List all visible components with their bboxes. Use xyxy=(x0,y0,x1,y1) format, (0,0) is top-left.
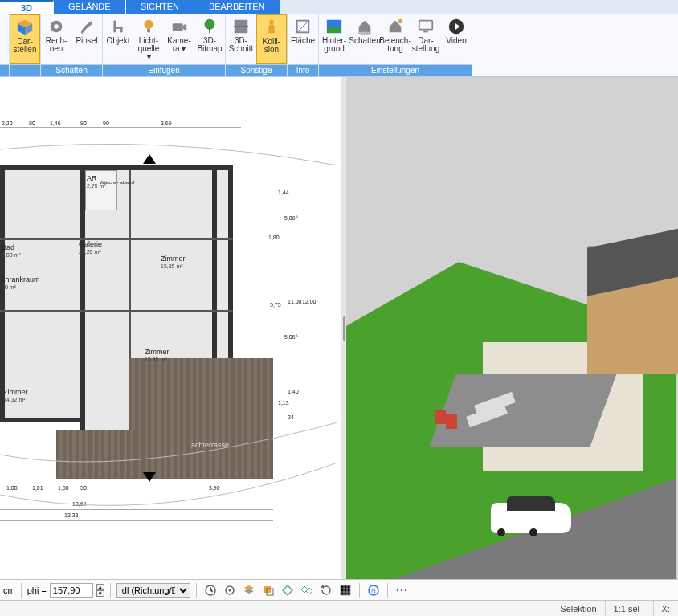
objekt-button[interactable]: Objekt xyxy=(103,14,133,64)
svg-point-44 xyxy=(401,589,402,590)
monitor-icon xyxy=(417,18,435,35)
horizon-icon xyxy=(325,18,343,35)
svg-rect-19 xyxy=(327,27,341,33)
svg-rect-25 xyxy=(423,31,428,33)
schatten-button[interactable]: Schatten xyxy=(349,14,380,64)
clock-icon[interactable] xyxy=(202,582,219,598)
status-x: X: xyxy=(654,601,678,616)
ribbon-group-einfuegen: Objekt Licht- quelle ▾ Kame- ra ▾ 3D- Bi… xyxy=(103,14,226,76)
tab-3d[interactable]: 3D xyxy=(0,0,54,14)
svg-rect-10 xyxy=(173,23,183,31)
status-selection: Selektion xyxy=(552,601,605,616)
target-icon[interactable] xyxy=(222,582,238,598)
svg-marker-11 xyxy=(183,23,187,31)
svg-point-45 xyxy=(405,589,406,590)
ribbon-group-darstellen: Dar- stellen xyxy=(10,14,41,76)
floorplan-view[interactable]: 2,20 80 1,46 90 90 3,69 Bad8,00 m xyxy=(0,77,341,579)
darstellen-button[interactable]: Dar- stellen xyxy=(10,14,40,64)
dim: 3,69 xyxy=(161,120,172,126)
flaeche-button[interactable]: Fläche xyxy=(288,14,318,64)
svg-marker-37 xyxy=(283,585,292,595)
svg-rect-13 xyxy=(209,28,210,33)
darstellung-button[interactable]: Dar- stellung xyxy=(410,14,441,64)
diamond-icon[interactable] xyxy=(280,582,296,598)
dl-select[interactable]: dl (Richtung/Di xyxy=(116,583,190,598)
svg-rect-35 xyxy=(264,586,271,593)
bottom-toolstrip: cm phi = ▲▼ dl (Richtung/Di N xyxy=(0,579,678,600)
tab-gelaende[interactable]: GELÄNDE xyxy=(54,0,126,14)
ribbon-group-sonstige: 3D- Schnitt Kolli- sion Sonstige xyxy=(226,14,288,76)
3d-view[interactable] xyxy=(346,77,678,579)
svg-point-4 xyxy=(54,24,59,29)
phi-label: phi = xyxy=(27,585,47,595)
svg-point-32 xyxy=(228,589,231,591)
copy-icon[interactable] xyxy=(260,582,276,598)
beleuchtung-button[interactable]: Beleuch- tung xyxy=(380,14,410,64)
svg-rect-24 xyxy=(419,21,433,30)
menu-icon[interactable] xyxy=(394,582,410,598)
tab-sichten[interactable]: SICHTEN xyxy=(126,0,194,14)
cube-icon xyxy=(16,18,34,36)
ribbon-stub xyxy=(0,14,10,76)
ribbon-group-info: Fläche Info xyxy=(288,14,319,76)
diamonds-icon[interactable] xyxy=(299,582,315,598)
dim: 80 xyxy=(29,120,35,126)
svg-point-43 xyxy=(397,589,398,590)
ribbon-group-einstellungen: Hinter- grund Schatten Beleuch- tung Dar… xyxy=(319,14,472,76)
rotate-icon[interactable] xyxy=(318,582,334,598)
house-light-icon xyxy=(386,18,404,35)
dim: 90 xyxy=(80,120,87,126)
phi-stepper[interactable]: ▲▼ xyxy=(96,584,104,597)
house-shadow-icon xyxy=(356,18,374,35)
person-icon xyxy=(263,18,280,36)
work-area: 2,20 80 1,46 90 90 3,69 Bad8,00 m xyxy=(0,77,678,579)
play-icon xyxy=(447,18,465,35)
ribbon-group-schatten: Rech- nen Pinsel Schatten xyxy=(41,14,103,76)
svg-point-21 xyxy=(358,31,372,35)
main-tabs: 3D GELÄNDE SICHTEN BEARBEITEN xyxy=(0,0,678,14)
svg-rect-18 xyxy=(327,20,341,27)
3d-bitmap-button[interactable]: 3D- Bitmap xyxy=(194,14,225,64)
grid-icon[interactable] xyxy=(337,582,353,598)
svg-text:N: N xyxy=(371,587,376,594)
status-bar: Selektion 1:1 sel X: xyxy=(0,600,678,616)
svg-marker-40 xyxy=(321,585,324,589)
dim: 90 xyxy=(103,120,109,126)
svg-marker-34 xyxy=(244,589,254,594)
bulb-icon xyxy=(140,18,157,35)
gear-icon xyxy=(47,18,65,35)
nav-icon[interactable]: N xyxy=(366,582,382,598)
dim: 1,46 xyxy=(50,120,61,126)
rechnen-button[interactable]: Rech- nen xyxy=(41,14,71,64)
brush-icon xyxy=(78,18,96,35)
lichtquelle-button[interactable]: Licht- quelle ▾ xyxy=(133,14,164,64)
status-scale: 1:1 sel xyxy=(606,601,654,616)
layers-icon[interactable] xyxy=(241,582,257,598)
pinsel-button[interactable]: Pinsel xyxy=(71,14,102,64)
chair-icon xyxy=(109,18,127,35)
svg-point-8 xyxy=(145,20,153,29)
kollision-button[interactable]: Kolli- sion xyxy=(256,14,287,64)
area-icon xyxy=(294,18,312,35)
section-icon xyxy=(232,18,250,35)
camera-icon xyxy=(170,18,188,35)
unit-label: cm xyxy=(3,585,15,595)
hintergrund-button[interactable]: Hinter- grund xyxy=(319,14,349,64)
svg-marker-20 xyxy=(359,21,371,33)
svg-point-23 xyxy=(398,19,403,24)
dim: 2,20 xyxy=(2,120,13,126)
kamera-button[interactable]: Kame- ra ▾ xyxy=(164,14,194,64)
svg-point-12 xyxy=(205,19,215,30)
phi-input[interactable] xyxy=(50,583,93,598)
3d-schnitt-button[interactable]: 3D- Schnitt xyxy=(226,14,256,64)
svg-point-16 xyxy=(269,20,274,25)
svg-rect-9 xyxy=(147,29,150,33)
tab-bearbeiten[interactable]: BEARBEITEN xyxy=(194,0,280,14)
video-button[interactable]: Video xyxy=(441,14,472,64)
ribbon: Dar- stellen Rech- nen Pinsel Schatten O… xyxy=(0,14,678,77)
svg-rect-7 xyxy=(120,27,123,32)
tree-icon xyxy=(201,18,219,35)
